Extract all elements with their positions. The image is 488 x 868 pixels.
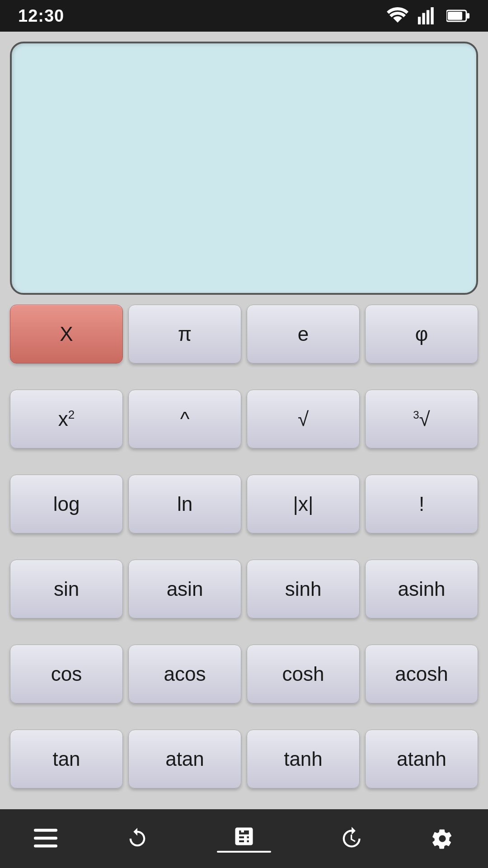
btn-abs[interactable]: |x| <box>247 475 360 533</box>
settings-icon <box>431 827 454 850</box>
btn-cos[interactable]: cos <box>10 645 123 703</box>
btn-pi[interactable]: π <box>128 305 241 363</box>
nav-settings[interactable] <box>431 827 454 850</box>
btn-euler[interactable]: e <box>247 305 360 363</box>
btn-ln[interactable]: ln <box>128 475 241 533</box>
nav-reset[interactable] <box>126 827 149 850</box>
reset-icon <box>126 827 149 850</box>
btn-cosh[interactable]: cosh <box>247 645 360 703</box>
btn-acosh[interactable]: acosh <box>365 645 478 703</box>
signal-icon <box>418 7 437 24</box>
svg-rect-5 <box>467 13 469 19</box>
btn-sinh[interactable]: sinh <box>247 560 360 618</box>
btn-sin[interactable]: sin <box>10 560 123 618</box>
bottom-nav <box>0 809 488 868</box>
battery-icon <box>446 9 470 23</box>
btn-acos[interactable]: acos <box>128 645 241 703</box>
status-icons <box>387 7 470 24</box>
button-grid: X π e φ x2 ^ √ 3√ log ln |x| <box>10 305 478 809</box>
calculator: X π e φ x2 ^ √ 3√ log ln |x| <box>0 32 488 809</box>
status-time: 12:30 <box>18 6 64 26</box>
btn-tanh[interactable]: tanh <box>247 730 360 788</box>
svg-rect-2 <box>427 10 429 24</box>
svg-rect-9 <box>34 844 57 848</box>
btn-tan[interactable]: tan <box>10 730 123 788</box>
btn-x-squared[interactable]: x2 <box>10 390 123 448</box>
svg-rect-3 <box>431 7 433 24</box>
menu-icon <box>34 829 57 849</box>
btn-asinh[interactable]: asinh <box>365 560 478 618</box>
btn-cbrt[interactable]: 3√ <box>365 390 478 448</box>
status-bar: 12:30 <box>0 0 488 32</box>
history-icon <box>339 827 362 850</box>
display-area[interactable] <box>10 42 478 295</box>
nav-active-indicator <box>217 851 271 853</box>
btn-log[interactable]: log <box>10 475 123 533</box>
svg-rect-8 <box>34 837 57 840</box>
nav-history[interactable] <box>339 827 362 850</box>
calculator-icon <box>232 825 256 848</box>
btn-x-var[interactable]: X <box>10 305 123 363</box>
svg-rect-0 <box>418 17 421 24</box>
btn-asin[interactable]: asin <box>128 560 241 618</box>
btn-factorial[interactable]: ! <box>365 475 478 533</box>
btn-atanh[interactable]: atanh <box>365 730 478 788</box>
svg-rect-7 <box>34 829 57 832</box>
svg-rect-1 <box>422 13 425 24</box>
btn-caret[interactable]: ^ <box>128 390 241 448</box>
svg-rect-6 <box>448 12 462 20</box>
nav-calculator[interactable] <box>217 825 271 853</box>
wifi-icon <box>387 7 408 24</box>
btn-phi[interactable]: φ <box>365 305 478 363</box>
btn-atan[interactable]: atan <box>128 730 241 788</box>
nav-menu[interactable] <box>34 829 57 849</box>
btn-sqrt[interactable]: √ <box>247 390 360 448</box>
